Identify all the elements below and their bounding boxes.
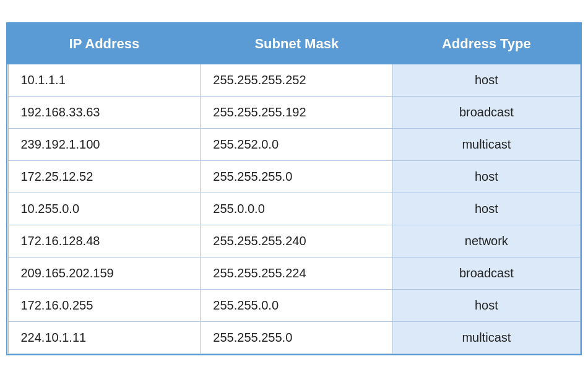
table-row: 224.10.1.11255.255.255.0multicast	[8, 321, 580, 353]
address-type-cell: host	[393, 160, 580, 193]
ip-cell: 239.192.1.100	[8, 128, 201, 160]
table-row: 10.255.0.0255.0.0.0host	[8, 193, 580, 225]
table-row: 10.1.1.1255.255.255.252host	[8, 64, 580, 97]
ip-cell: 172.16.0.255	[8, 289, 201, 321]
address-type-cell: network	[393, 225, 580, 257]
mask-cell: 255.255.255.0	[201, 321, 393, 353]
mask-cell: 255.255.255.192	[201, 96, 393, 128]
table-header-row: IP Address Subnet Mask Address Type	[8, 24, 580, 64]
ip-cell: 172.25.12.52	[8, 160, 201, 193]
mask-cell: 255.252.0.0	[201, 128, 393, 160]
address-type-cell: multicast	[393, 321, 580, 353]
address-type-cell: host	[393, 193, 580, 225]
ip-cell: 224.10.1.11	[8, 321, 201, 353]
ip-cell: 10.1.1.1	[8, 64, 201, 97]
address-type-cell: broadcast	[393, 96, 580, 128]
address-type-cell: multicast	[393, 128, 580, 160]
mask-cell: 255.255.255.240	[201, 225, 393, 257]
mask-cell: 255.255.255.224	[201, 257, 393, 289]
address-type-cell: host	[393, 64, 580, 97]
address-type-header: Address Type	[393, 24, 580, 64]
mask-cell: 255.0.0.0	[201, 193, 393, 225]
subnet-mask-header: Subnet Mask	[201, 24, 393, 64]
table-row: 239.192.1.100255.252.0.0multicast	[8, 128, 580, 160]
mask-cell: 255.255.255.0	[201, 160, 393, 193]
mask-cell: 255.255.0.0	[201, 289, 393, 321]
table-row: 209.165.202.159255.255.255.224broadcast	[8, 257, 580, 289]
ip-cell: 10.255.0.0	[8, 193, 201, 225]
network-table: IP Address Subnet Mask Address Type 10.1…	[6, 22, 582, 355]
table-row: 172.25.12.52255.255.255.0host	[8, 160, 580, 193]
ip-cell: 209.165.202.159	[8, 257, 201, 289]
address-type-cell: broadcast	[393, 257, 580, 289]
table-row: 192.168.33.63255.255.255.192broadcast	[8, 96, 580, 128]
ip-cell: 172.16.128.48	[8, 225, 201, 257]
table-row: 172.16.0.255255.255.0.0host	[8, 289, 580, 321]
mask-cell: 255.255.255.252	[201, 64, 393, 97]
table-row: 172.16.128.48255.255.255.240network	[8, 225, 580, 257]
ip-cell: 192.168.33.63	[8, 96, 201, 128]
ip-address-header: IP Address	[8, 24, 201, 64]
address-type-cell: host	[393, 289, 580, 321]
